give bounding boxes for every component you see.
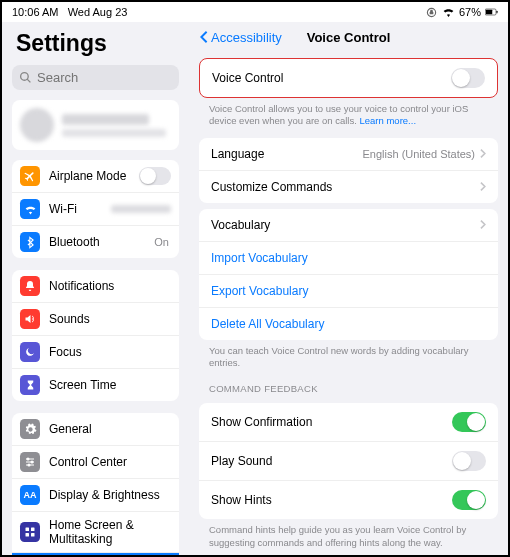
detail-title: Voice Control bbox=[307, 30, 391, 45]
row-label: Export Vocabulary bbox=[211, 284, 486, 298]
toggle[interactable] bbox=[452, 412, 486, 432]
sidebar-item-label: Focus bbox=[49, 345, 171, 359]
section-footer: You can teach Voice Control new words by… bbox=[189, 340, 508, 374]
svg-rect-8 bbox=[26, 528, 30, 532]
back-button[interactable]: Accessibility bbox=[199, 30, 282, 45]
airplane-icon bbox=[20, 166, 40, 186]
hourglass-icon bbox=[20, 375, 40, 395]
settings-group: LanguageEnglish (United States)Customize… bbox=[199, 138, 498, 203]
settings-row-language[interactable]: LanguageEnglish (United States) bbox=[199, 138, 498, 171]
sidebar-item-focus[interactable]: Focus bbox=[12, 336, 179, 369]
sliders-icon bbox=[20, 452, 40, 472]
settings-row-play-sound[interactable]: Play Sound bbox=[199, 442, 498, 481]
status-date: Wed Aug 23 bbox=[68, 6, 128, 18]
svg-rect-3 bbox=[497, 11, 498, 14]
svg-rect-10 bbox=[26, 533, 30, 537]
search-input[interactable] bbox=[37, 70, 172, 85]
wifi-icon bbox=[442, 7, 455, 17]
back-label: Accessibility bbox=[211, 30, 282, 45]
moon-icon bbox=[20, 342, 40, 362]
sidebar-item-accessibility[interactable]: Accessibility bbox=[12, 553, 179, 555]
chevron-right-icon bbox=[479, 181, 486, 192]
settings-row-import-vocabulary[interactable]: Import Vocabulary bbox=[199, 242, 498, 275]
row-label: Voice Control bbox=[212, 71, 451, 85]
sidebar-item-label: Notifications bbox=[49, 279, 171, 293]
account-row[interactable] bbox=[12, 100, 179, 150]
wifi-icon bbox=[20, 199, 40, 219]
settings-row-show-hints[interactable]: Show Hints bbox=[199, 481, 498, 519]
sidebar-item-home-screen-multitasking[interactable]: Home Screen & Multitasking bbox=[12, 512, 179, 553]
row-label: Show Confirmation bbox=[211, 415, 452, 429]
sidebar-item-airplane-mode[interactable]: Airplane Mode bbox=[12, 160, 179, 193]
row-label: Import Vocabulary bbox=[211, 251, 486, 265]
search-field[interactable] bbox=[12, 65, 179, 90]
value-redacted bbox=[111, 205, 171, 213]
lock-rotation-icon bbox=[425, 7, 438, 17]
status-bar: 10:06 AM Wed Aug 23 67% bbox=[2, 2, 508, 22]
row-label: Language bbox=[211, 147, 363, 161]
detail-pane: Accessibility Voice Control Voice Contro… bbox=[189, 22, 508, 555]
chevron-right-icon bbox=[479, 219, 486, 230]
section-header: COMMAND FEEDBACK bbox=[189, 373, 508, 397]
chevron-right-icon bbox=[479, 148, 486, 159]
bell-icon bbox=[20, 276, 40, 296]
row-label: Show Hints bbox=[211, 493, 452, 507]
svg-point-5 bbox=[27, 458, 29, 460]
sidebar-group: GeneralControl CenterAADisplay & Brightn… bbox=[12, 413, 179, 555]
svg-rect-11 bbox=[31, 533, 35, 537]
avatar bbox=[20, 108, 54, 142]
sidebar-item-label: Airplane Mode bbox=[49, 169, 139, 183]
row-label: Delete All Vocabulary bbox=[211, 317, 486, 331]
sidebar-title: Settings bbox=[2, 22, 189, 61]
sidebar-group: Airplane ModeWi-FiBluetoothOn bbox=[12, 160, 179, 258]
account-sub-redacted bbox=[62, 129, 166, 137]
sidebar-item-label: Bluetooth bbox=[49, 235, 154, 249]
gear-icon bbox=[20, 419, 40, 439]
svg-rect-9 bbox=[31, 528, 35, 532]
sidebar-item-screen-time[interactable]: Screen Time bbox=[12, 369, 179, 401]
sidebar-item-label: General bbox=[49, 422, 171, 436]
account-name-redacted bbox=[62, 114, 149, 125]
svg-rect-2 bbox=[486, 10, 493, 15]
sidebar-item-notifications[interactable]: Notifications bbox=[12, 270, 179, 303]
settings-group: VocabularyImport VocabularyExport Vocabu… bbox=[199, 209, 498, 340]
bluetooth-icon bbox=[20, 232, 40, 252]
speaker-icon bbox=[20, 309, 40, 329]
settings-row-delete-all-vocabulary[interactable]: Delete All Vocabulary bbox=[199, 308, 498, 340]
battery-icon bbox=[485, 7, 498, 17]
sidebar-group: NotificationsSoundsFocusScreen Time bbox=[12, 270, 179, 401]
settings-row-show-confirmation[interactable]: Show Confirmation bbox=[199, 403, 498, 442]
sidebar-item-label: Home Screen & Multitasking bbox=[49, 518, 171, 546]
row-label: Vocabulary bbox=[211, 218, 479, 232]
sidebar-item-label: Control Center bbox=[49, 455, 171, 469]
settings-row-voice-control[interactable]: Voice Control bbox=[200, 59, 497, 97]
learn-more-link[interactable]: Learn more... bbox=[360, 115, 417, 126]
row-value: English (United States) bbox=[363, 148, 476, 160]
sidebar-item-label: Wi-Fi bbox=[49, 202, 111, 216]
sidebar-item-wi-fi[interactable]: Wi-Fi bbox=[12, 193, 179, 226]
sidebar-item-label: Screen Time bbox=[49, 378, 171, 392]
settings-row-vocabulary[interactable]: Vocabulary bbox=[199, 209, 498, 242]
section-footer: Voice Control allows you to use your voi… bbox=[189, 98, 508, 132]
settings-group: Voice Control bbox=[199, 58, 498, 98]
aa-icon: AA bbox=[20, 485, 40, 505]
svg-point-6 bbox=[31, 461, 33, 463]
sidebar-item-general[interactable]: General bbox=[12, 413, 179, 446]
svg-point-4 bbox=[21, 73, 29, 81]
sidebar-item-display-brightness[interactable]: AADisplay & Brightness bbox=[12, 479, 179, 512]
toggle[interactable] bbox=[452, 451, 486, 471]
sidebar-item-label: Sounds bbox=[49, 312, 171, 326]
toggle[interactable] bbox=[452, 490, 486, 510]
chevron-left-icon bbox=[199, 30, 209, 44]
sidebar-item-bluetooth[interactable]: BluetoothOn bbox=[12, 226, 179, 258]
sidebar-item-label: Display & Brightness bbox=[49, 488, 171, 502]
settings-group: Show ConfirmationPlay SoundShow Hints bbox=[199, 403, 498, 519]
sidebar-item-sounds[interactable]: Sounds bbox=[12, 303, 179, 336]
settings-row-export-vocabulary[interactable]: Export Vocabulary bbox=[199, 275, 498, 308]
row-label: Play Sound bbox=[211, 454, 452, 468]
sidebar-item-control-center[interactable]: Control Center bbox=[12, 446, 179, 479]
settings-row-customize-commands[interactable]: Customize Commands bbox=[199, 171, 498, 203]
toggle[interactable] bbox=[139, 167, 171, 185]
toggle[interactable] bbox=[451, 68, 485, 88]
row-value: On bbox=[154, 236, 169, 248]
